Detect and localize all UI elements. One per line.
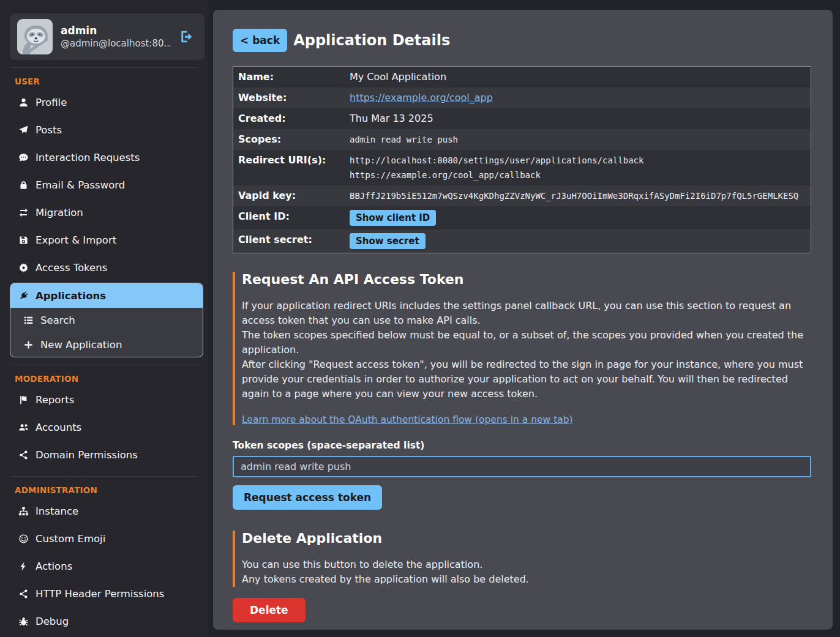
mono-value: https://example.org/cool_app/callback (350, 168, 806, 182)
sidebar-item-label: Applications (36, 290, 106, 302)
details-row-scopes: Scopes:admin read write push (233, 129, 811, 150)
details-value: http://localhost:8080/settings/user/appl… (350, 150, 811, 185)
smile-icon (18, 534, 29, 544)
divider (10, 365, 198, 365)
sidebar-item-new-application[interactable]: New Application (10, 332, 203, 357)
paragraph: Any tokens created by the application wi… (242, 572, 811, 587)
share-nodes-icon (18, 450, 29, 460)
mono-value: http://localhost:8080/settings/user/appl… (350, 153, 806, 168)
delete-section-wrap: Delete Application You can use this butt… (233, 531, 814, 622)
sidebar-item-http-header-permissions[interactable]: HTTP Header Permissions (0, 580, 208, 608)
plug-icon (18, 291, 29, 301)
users-icon (18, 422, 29, 433)
sidebar-item-reports[interactable]: Reports (0, 386, 208, 414)
title-row: < back Application Details (233, 29, 814, 52)
sloth-avatar (17, 19, 53, 54)
details-label: Scopes: (233, 129, 350, 150)
sidebar-item-label: Migration (36, 207, 83, 218)
delete-section-heading: Delete Application (242, 531, 814, 546)
details-row-name: Name:My Cool Application (233, 67, 811, 88)
sidebar-item-profile[interactable]: Profile (0, 89, 208, 116)
back-button[interactable]: < back (233, 29, 287, 52)
user-card[interactable]: admin @admin@localhost:80... (10, 13, 204, 60)
sidebar-item-migration[interactable]: Migration (0, 199, 208, 226)
sidebar-item-access-tokens[interactable]: Access Tokens (0, 254, 208, 281)
divider (10, 67, 198, 68)
details-row-client-secret: Client secret:Show secret (233, 229, 811, 253)
token-scopes-label: Token scopes (space-separated list) (233, 440, 814, 451)
sidebar-item-label: Accounts (36, 422, 81, 433)
show-secret-button[interactable]: Show secret (350, 233, 426, 249)
oauth-docs-link[interactable]: Learn more about the OAuth authenticatio… (242, 414, 573, 425)
sidebar-item-instance[interactable]: Instance (0, 497, 208, 525)
submit-row: Request access token (233, 477, 814, 510)
sidebar-item-debug[interactable]: Debug (0, 608, 208, 635)
sidebar-item-label: Email & Password (36, 179, 125, 191)
details-label: Client secret: (233, 229, 350, 253)
delete-section: Delete Application You can use this butt… (233, 531, 814, 587)
sidebar-item-interaction-requests[interactable]: Interaction Requests (0, 144, 208, 171)
details-value: Show client ID (350, 206, 811, 229)
sidebar-item-search[interactable]: Search (10, 308, 203, 332)
details-value: admin read write push (350, 129, 811, 150)
comment-dots-icon (18, 152, 29, 163)
share-nodes-icon (18, 589, 29, 599)
details-label: Client ID: (233, 206, 350, 229)
sidebar-nav: USERProfilePostsInteraction RequestsEmai… (0, 67, 208, 635)
paper-plane-icon (18, 125, 29, 135)
details-value: https://example.org/cool_app (350, 88, 811, 108)
sidebar-item-label: Domain Permissions (36, 449, 138, 461)
sidebar-item-label: Actions (36, 561, 72, 572)
sidebar-section-header: ADMINISTRATION (0, 485, 208, 495)
paragraph: You can use this button to delete the ap… (242, 557, 811, 572)
details-row-website: Website:https://example.org/cool_app (233, 88, 811, 108)
sidebar-item-actions[interactable]: Actions (0, 553, 208, 580)
delete-button[interactable]: Delete (233, 598, 306, 622)
sidebar-item-domain-permissions[interactable]: Domain Permissions (0, 441, 208, 469)
exchange-icon (18, 207, 29, 218)
sidebar-item-email-password[interactable]: Email & Password (0, 171, 208, 199)
page-title: Application Details (293, 32, 450, 49)
token-section-paragraphs: If your application redirect URIs includ… (242, 299, 814, 401)
user-handle: @admin@localhost:80... (61, 37, 171, 50)
token-scopes-input[interactable] (233, 456, 811, 477)
sidebar-item-posts[interactable]: Posts (0, 116, 208, 144)
sidebar-item-applications[interactable]: Applications (10, 283, 203, 308)
list-icon (23, 315, 34, 326)
token-section-heading: Request An API Access Token (242, 272, 814, 287)
sidebar-item-label: Posts (36, 124, 62, 136)
sidebar-item-label: Access Tokens (36, 262, 107, 274)
floppy-icon (18, 235, 29, 245)
details-label: Name: (233, 67, 350, 88)
mono-value: admin read write push (350, 132, 806, 147)
sidebar-item-label: Reports (36, 394, 74, 406)
delete-section-paragraphs: You can use this button to delete the ap… (242, 557, 814, 587)
sidebar-item-label: HTTP Header Permissions (36, 588, 164, 600)
sidebar-item-label: Custom Emoji (36, 533, 105, 545)
details-row-created: Created:Thu Mar 13 2025 (233, 108, 811, 129)
show-client-id-button[interactable]: Show client ID (350, 210, 436, 226)
sidebar-item-label: Export & Import (36, 234, 116, 246)
mono-value: BBJffJ219b5iE512m7wQSzv4KgKDhgZZVzNyWC_r… (350, 188, 806, 203)
sidebar-item-label: New Application (40, 339, 122, 351)
sidebar-item-accounts[interactable]: Accounts (0, 414, 208, 441)
plus-icon (23, 340, 34, 350)
details-value: Thu Mar 13 2025 (350, 108, 811, 129)
paragraph: The token scopes specified below must be… (242, 328, 811, 357)
user-name: admin (61, 24, 171, 37)
details-row-redirect-uri-s: Redirect URI(s):http://localhost:8080/se… (233, 150, 811, 185)
sidebar-item-label: Interaction Requests (36, 152, 140, 163)
sign-out-icon[interactable] (179, 29, 195, 45)
flag-icon (18, 395, 29, 405)
bug-icon (18, 616, 29, 627)
website-link[interactable]: https://example.org/cool_app (350, 92, 493, 103)
details-value: My Cool Application (350, 67, 811, 88)
sidebar-item-label: Debug (36, 616, 69, 627)
sidebar-item-export-import[interactable]: Export & Import (0, 226, 208, 254)
sidebar-item-custom-emoji[interactable]: Custom Emoji (0, 525, 208, 553)
bolt-icon (18, 561, 29, 572)
request-access-token-button[interactable]: Request access token (233, 485, 382, 510)
paragraph: After clicking "Request access token", y… (242, 357, 811, 401)
sidebar-section-header: MODERATION (0, 374, 208, 384)
main-panel: < back Application Details Name:My Cool … (213, 10, 833, 630)
